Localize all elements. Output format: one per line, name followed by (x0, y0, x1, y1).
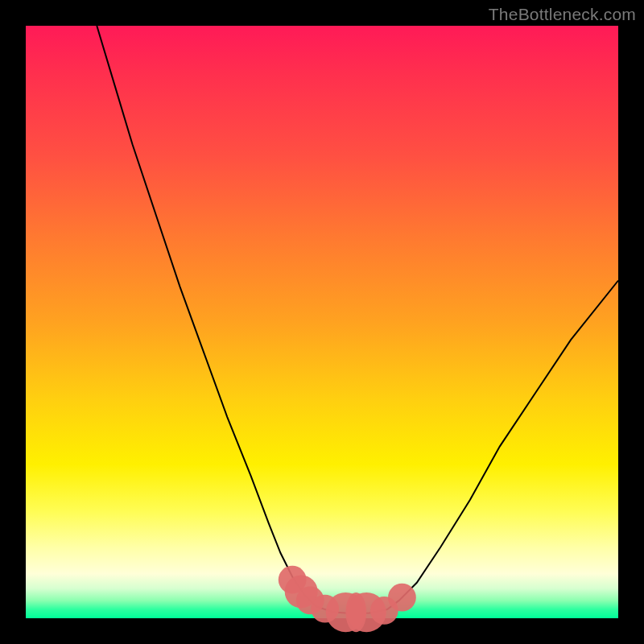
valley-marker (388, 584, 416, 612)
markers-layer (279, 566, 416, 632)
chart-frame: TheBottleneck.com (0, 0, 644, 644)
curve-layer (97, 26, 618, 613)
watermark-text: TheBottleneck.com (489, 5, 636, 24)
chart-svg (26, 26, 618, 618)
bottleneck-curve (97, 26, 618, 613)
plot-area (26, 26, 618, 618)
